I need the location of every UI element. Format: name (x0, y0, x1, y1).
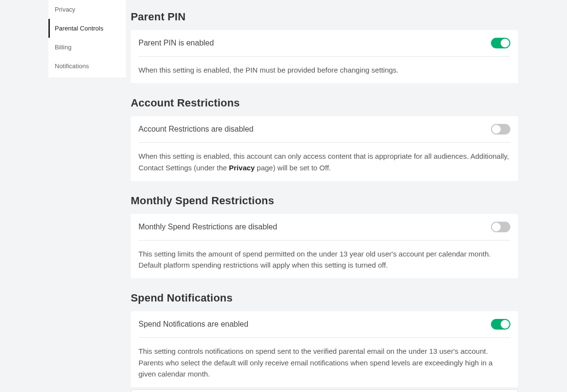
section-heading-spend-notifications: Spend Notifications (131, 292, 518, 304)
main-content: Parent PIN Parent PIN is enabled When th… (131, 0, 518, 392)
section-heading-monthly-spend: Monthly Spend Restrictions (131, 195, 518, 207)
sidebar-item-privacy[interactable]: Privacy (48, 0, 126, 19)
card-parent-pin: Parent PIN is enabled When this setting … (131, 30, 518, 83)
sidebar-item-notifications[interactable]: Notifications (48, 57, 126, 75)
description-monthly-spend: This setting limits the amount of spend … (138, 241, 510, 279)
section-spend-notifications: Spend Notifications Spend Notifications … (131, 292, 518, 392)
toggle-label-monthly-spend: Monthly Spend Restrictions are disabled (138, 223, 277, 231)
description-parent-pin: When this setting is enabled, the PIN mu… (138, 57, 510, 83)
toggle-row-monthly-spend: Monthly Spend Restrictions are disabled (138, 214, 510, 241)
toggle-account-restrictions[interactable] (491, 124, 510, 135)
toggle-knob (501, 39, 509, 47)
toggle-row-account-restrictions: Account Restrictions are disabled (138, 116, 510, 143)
toggle-row-spend-notifications: Spend Notifications are enabled (138, 311, 510, 338)
card-monthly-spend: Monthly Spend Restrictions are disabled … (131, 214, 518, 279)
toggle-knob (492, 223, 501, 231)
toggle-parent-pin[interactable] (491, 38, 510, 48)
card-spend-notifications: Spend Notifications are enabled This set… (131, 311, 518, 387)
section-heading-account-restrictions: Account Restrictions (131, 97, 518, 109)
sidebar-item-billing[interactable]: Billing (48, 38, 126, 57)
toggle-monthly-spend[interactable] (491, 222, 510, 232)
toggle-spend-notifications[interactable] (491, 319, 510, 330)
toggle-row-parent-pin: Parent PIN is enabled (138, 30, 510, 57)
description-spend-notifications: This setting controls notifications on s… (138, 338, 510, 387)
sidebar: Privacy Parental Controls Billing Notifi… (48, 0, 126, 77)
toggle-knob (492, 125, 501, 134)
sidebar-item-parental-controls[interactable]: Parental Controls (48, 19, 126, 38)
section-heading-parent-pin: Parent PIN (131, 11, 518, 23)
toggle-label-parent-pin: Parent PIN is enabled (138, 39, 214, 47)
section-parent-pin: Parent PIN Parent PIN is enabled When th… (131, 11, 518, 83)
toggle-knob (501, 320, 509, 329)
toggle-label-spend-notifications: Spend Notifications are enabled (138, 320, 248, 329)
card-account-restrictions: Account Restrictions are disabled When t… (131, 116, 518, 181)
description-account-restrictions: When this setting is enabled, this accou… (138, 143, 510, 181)
section-monthly-spend: Monthly Spend Restrictions Monthly Spend… (131, 195, 518, 279)
section-account-restrictions: Account Restrictions Account Restriction… (131, 97, 518, 181)
dropdown-spend-notifications[interactable]: Default Notifications (131, 389, 518, 392)
toggle-label-account-restrictions: Account Restrictions are disabled (138, 125, 253, 134)
